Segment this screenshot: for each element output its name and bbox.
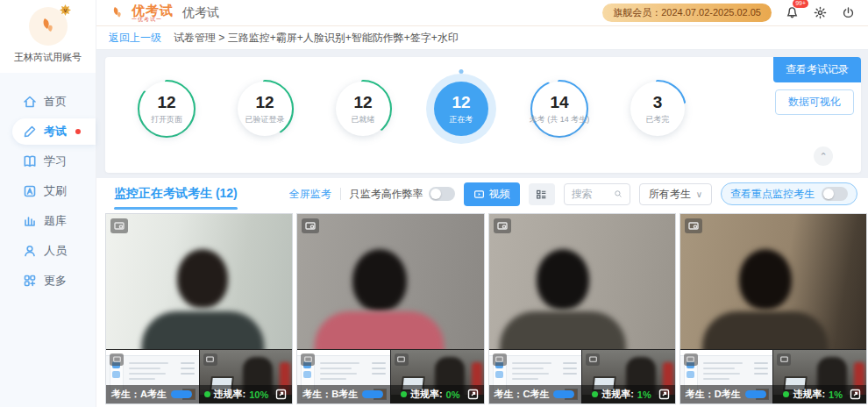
screen-icon: [493, 353, 507, 366]
exam-progress-panel: 12打开页面 12已验证登录 12已就绪: [105, 57, 861, 173]
status-dot: [592, 391, 598, 397]
violation-rate: 1%: [829, 389, 843, 400]
notification-count: 99+: [793, 0, 808, 8]
edit-name-button[interactable]: [745, 390, 766, 398]
logo-text: 优考试: [132, 4, 174, 17]
status-dot: [401, 391, 407, 397]
bar-chart-icon: [23, 214, 37, 228]
stat-opened-page: 12打开页面: [125, 69, 209, 161]
breadcrumb-path: 试卷管理 > 三路监控+霸屏+人脸识别+智能防作弊+签字+水印: [174, 31, 459, 46]
student-info-bar: 考生：B考生 违规率: 0%: [297, 385, 483, 403]
side-cam-icon: [395, 353, 409, 366]
focus-monitor-toggle[interactable]: [822, 187, 848, 201]
power-icon: [842, 6, 855, 19]
avatar[interactable]: V: [29, 7, 68, 46]
sidebar-item-aibrush[interactable]: 艾刷: [12, 178, 96, 204]
sidebar-item-study[interactable]: 学习: [12, 148, 96, 175]
back-link[interactable]: 返回上一级: [109, 31, 161, 46]
student-video-card[interactable]: 考生：D考生 违规率: 1%: [679, 213, 867, 404]
violation-label: 违规率:: [793, 388, 825, 401]
stat-verified-login: 12已验证登录: [223, 69, 307, 161]
fullscreen-proctor-link[interactable]: 全屏监考: [289, 187, 331, 202]
student-filter-select[interactable]: 所有考生 ∨: [639, 183, 712, 205]
main-webcam-feed: [489, 214, 675, 349]
violation-rate: 1%: [637, 389, 651, 400]
focus-monitor-toggle-group[interactable]: 查看重点监控考生: [721, 182, 857, 205]
expand-icon[interactable]: [275, 389, 287, 400]
sidebar-item-home[interactable]: 首页: [12, 89, 96, 115]
student-name: 考生：A考生: [111, 388, 167, 401]
tab-monitoring-students[interactable]: 监控正在考试考生 (12): [114, 178, 238, 210]
screen-icon: [110, 353, 124, 366]
sidebar-item-exam[interactable]: 考试: [12, 118, 96, 145]
person-icon: [23, 244, 37, 258]
side-cam-icon: [777, 353, 791, 366]
student-video-card[interactable]: 考生：B考生 违规率: 0%: [296, 213, 484, 404]
notifications-button[interactable]: 99+: [784, 5, 800, 21]
student-name: 考生：B考生: [302, 388, 358, 401]
student-video-grid: 考生：A考生 违规率: 10%: [96, 210, 868, 404]
student-info-bar: 考生：D考生 违规率: 1%: [680, 385, 866, 403]
book-icon: [23, 154, 37, 168]
edit-name-button[interactable]: [171, 390, 192, 398]
bell-icon: [786, 6, 799, 19]
video-icon: [473, 189, 485, 200]
violation-rate: 0%: [446, 389, 460, 400]
search-icon: [614, 189, 623, 199]
divider: [340, 188, 341, 200]
logout-button[interactable]: [840, 5, 856, 21]
membership-badge[interactable]: 旗舰会员：2024.07.02-2025.02.05: [602, 4, 772, 22]
sidebar-item-more[interactable]: 更多: [12, 268, 96, 294]
collapse-panel-button[interactable]: ⌃: [814, 146, 833, 166]
grid-more-icon: [23, 274, 37, 288]
screen-icon: [684, 353, 698, 366]
data-visualization-button[interactable]: 数据可视化: [775, 89, 854, 115]
monitor-panel: 监控正在考试考生 (12) 全屏监考 只监考高作弊率 视频: [96, 178, 868, 407]
sidebar: V 王林芮试用账号 首页 考试 学习 艾刷: [0, 0, 96, 407]
screen-source-icon: [685, 218, 702, 233]
settings-button[interactable]: [812, 5, 828, 21]
student-info-bar: 考生：C考生 违规率: 1%: [489, 385, 675, 403]
brand-leaf-icon: [109, 4, 126, 22]
search-box[interactable]: [564, 183, 630, 205]
screen-source-icon: [110, 218, 128, 233]
a-square-icon: [23, 184, 37, 198]
search-input[interactable]: [572, 188, 614, 200]
svg-text:V: V: [63, 8, 67, 13]
view-exam-records-button[interactable]: 查看考试记录: [773, 57, 861, 82]
top-bar: 优考试 一优考试一 优考试 旗舰会员：2024.07.02-2025.02.05…: [96, 0, 868, 26]
status-dot: [204, 391, 210, 397]
stat-taking-exam[interactable]: 12正在考: [419, 69, 503, 161]
side-cam-icon: [203, 353, 217, 366]
violation-label: 违规率:: [601, 388, 634, 401]
high-cheat-toggle-label: 只监考高作弊率: [350, 187, 423, 202]
sidebar-item-question-bank[interactable]: 题库: [12, 208, 96, 234]
high-cheat-toggle[interactable]: [429, 187, 455, 201]
user-profile: V 王林芮试用账号: [0, 0, 96, 73]
side-cam-icon: [586, 353, 600, 366]
student-name: 考生：C考生: [494, 388, 550, 401]
vip-crown-icon: V: [60, 4, 71, 18]
expand-icon[interactable]: [467, 389, 479, 400]
edit-name-button[interactable]: [553, 390, 574, 398]
home-icon: [23, 95, 37, 109]
expand-icon[interactable]: [850, 389, 861, 400]
screen-source-icon: [302, 218, 319, 233]
video-view-button[interactable]: 视频: [464, 182, 520, 206]
main-webcam-feed: [297, 214, 483, 349]
progress-circles: 12打开页面 12已验证登录 12已就绪: [125, 69, 700, 161]
exam-alert-dot: [75, 129, 81, 134]
student-video-card[interactable]: 考生：A考生 违规率: 10%: [105, 213, 293, 404]
screen-source-icon: [494, 218, 511, 233]
edit-name-button[interactable]: [362, 390, 383, 398]
violation-label: 违规率:: [214, 388, 246, 401]
expand-icon[interactable]: [658, 389, 670, 400]
sidebar-item-people[interactable]: 人员: [12, 238, 96, 264]
product-name: 优考试: [182, 5, 219, 21]
brand[interactable]: 优考试 一优考试一 优考试: [109, 4, 219, 22]
student-video-card[interactable]: 考生：C考生 违规率: 1%: [488, 213, 676, 404]
brand-leaf-icon: [37, 15, 60, 38]
student-name: 考生：D考生: [686, 388, 741, 401]
focus-monitor-label: 查看重点监控考生: [730, 187, 815, 202]
grid-view-button[interactable]: [529, 183, 555, 205]
